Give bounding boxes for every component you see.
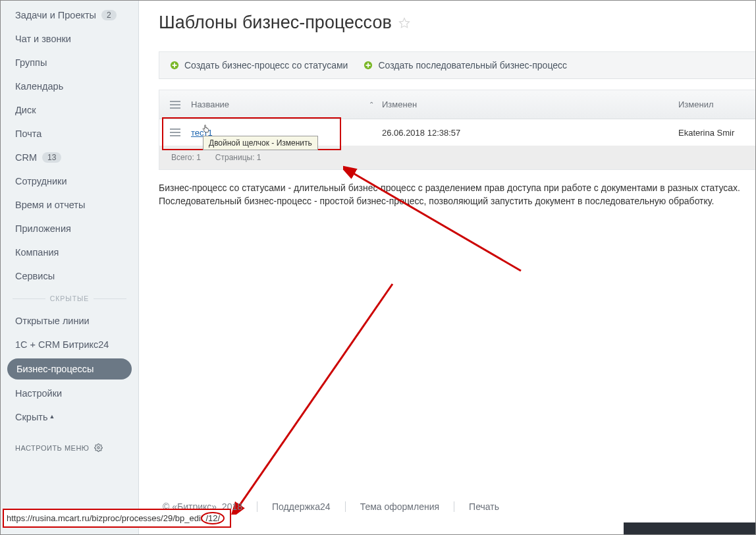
sidebar-item-label: CRM xyxy=(15,152,37,163)
row-modified: 26.06.2018 12:38:57 xyxy=(382,128,678,138)
sidebar-item-mail[interactable]: Почта xyxy=(1,122,138,146)
sidebar-item-disk[interactable]: Диск xyxy=(1,98,138,122)
grid-settings-button[interactable] xyxy=(159,101,191,109)
sidebar-item-label: Скрыть xyxy=(15,412,48,422)
create-sequential-button[interactable]: Создать последовательный бизнес-процесс xyxy=(364,60,567,70)
badge: 13 xyxy=(42,152,61,163)
column-header-modified[interactable]: Изменен xyxy=(382,99,678,109)
sidebar-item-label: Настройки xyxy=(15,388,62,399)
svg-marker-1 xyxy=(399,18,409,27)
sidebar-hidden-section: СКРЫТЫЕ xyxy=(1,288,138,309)
main-content: Шаблоны бизнес-процессов Создать бизнес-… xyxy=(139,1,755,534)
divider xyxy=(257,501,257,512)
sidebar-item-services[interactable]: Сервисы xyxy=(1,264,138,288)
button-label: Создать последовательный бизнес-процесс xyxy=(378,60,567,70)
cursor-pointer-icon xyxy=(200,123,212,137)
sidebar-item-openlines[interactable]: Открытые линии xyxy=(1,309,138,333)
page-title: Шаблоны бизнес-процессов xyxy=(159,13,755,33)
sidebar-item-label: Бизнес-процессы xyxy=(16,364,94,374)
grid-header: Название ⌃ Изменен Изменил xyxy=(159,90,755,119)
sidebar-item-chat[interactable]: Чат и звонки xyxy=(1,27,138,51)
table-row[interactable]: тест1 26.06.2018 12:38:57 Ekaterina Smir… xyxy=(159,119,755,146)
star-icon[interactable] xyxy=(398,17,410,29)
column-header-name[interactable]: Название ⌃ xyxy=(191,99,382,109)
svg-point-0 xyxy=(97,447,99,449)
menu-icon xyxy=(170,128,180,136)
sidebar-item-label: Приложения xyxy=(15,223,71,234)
divider xyxy=(345,501,346,512)
divider xyxy=(454,501,454,512)
annotation-url-highlight: /12/ xyxy=(201,512,225,524)
row-menu-button[interactable] xyxy=(159,128,191,136)
toolbar: Создать бизнес-процесс со статусами Созд… xyxy=(159,51,755,79)
sidebar-item-1c-crm[interactable]: 1С + CRM Битрикс24 xyxy=(1,333,138,356)
button-label: Создать бизнес-процесс со статусами xyxy=(184,60,348,70)
sidebar-item-label: Открытые линии xyxy=(15,316,90,326)
sidebar-item-groups[interactable]: Группы xyxy=(1,51,138,74)
sidebar-item-label: Календарь xyxy=(15,81,63,92)
sidebar-item-calendar[interactable]: Календарь xyxy=(1,74,138,98)
sidebar-item-time[interactable]: Время и отчеты xyxy=(1,193,138,217)
sidebar: Задачи и Проекты 2 Чат и звонки Группы К… xyxy=(1,1,139,534)
sidebar-item-label: Почта xyxy=(15,128,41,139)
print-link[interactable]: Печать xyxy=(469,501,499,512)
configure-menu-label: НАСТРОИТЬ МЕНЮ xyxy=(15,444,89,452)
sort-asc-icon: ⌃ xyxy=(369,101,374,108)
tooltip: Двойной щелчок - Изменить xyxy=(203,136,318,150)
gear-icon xyxy=(94,443,103,452)
sidebar-item-apps[interactable]: Приложения xyxy=(1,217,138,240)
sidebar-item-label: Сотрудники xyxy=(15,176,67,186)
configure-menu-button[interactable]: НАСТРОИТЬ МЕНЮ xyxy=(1,429,138,466)
sidebar-item-settings[interactable]: Настройки xyxy=(1,381,138,405)
sidebar-item-label: 1С + CRM Битрикс24 xyxy=(15,339,109,350)
sidebar-item-hide[interactable]: Скрыть ▲ xyxy=(1,405,138,429)
sidebar-item-company[interactable]: Компания xyxy=(1,240,138,264)
sidebar-item-crm[interactable]: CRM 13 xyxy=(1,146,138,169)
support-link[interactable]: Поддержка24 xyxy=(272,501,331,512)
sidebar-item-tasks[interactable]: Задачи и Проекты 2 xyxy=(1,3,138,27)
badge: 2 xyxy=(101,10,117,20)
column-header-author[interactable]: Изменил xyxy=(678,99,755,109)
sidebar-item-employees[interactable]: Сотрудники xyxy=(1,169,138,193)
theme-link[interactable]: Тема оформления xyxy=(360,501,439,512)
status-bar-url: https://rusina.mcart.ru/bizproc/processe… xyxy=(3,509,231,528)
create-status-button[interactable]: Создать бизнес-процесс со статусами xyxy=(170,60,348,70)
caret-up-icon: ▲ xyxy=(49,413,55,420)
plus-icon xyxy=(364,61,373,70)
sidebar-item-label: Сервисы xyxy=(15,271,55,281)
row-author: Ekaterina Smir xyxy=(678,128,755,138)
bottom-panel-stub xyxy=(624,522,755,534)
sidebar-item-label: Задачи и Проекты xyxy=(15,10,96,20)
sidebar-item-label: Чат и звонки xyxy=(15,34,71,44)
sidebar-item-label: Компания xyxy=(15,247,59,258)
plus-icon xyxy=(170,61,179,70)
menu-icon xyxy=(170,101,180,109)
sidebar-item-label: Диск xyxy=(15,105,36,115)
grid: Название ⌃ Изменен Изменил тест1 26.06.2… xyxy=(159,90,755,170)
sidebar-item-label: Время и отчеты xyxy=(15,200,85,210)
sidebar-item-bizproc[interactable]: Бизнес-процессы xyxy=(7,358,132,380)
sidebar-item-label: Группы xyxy=(15,57,47,68)
description-text: Бизнес-процесс со статусами - длительный… xyxy=(159,182,755,208)
